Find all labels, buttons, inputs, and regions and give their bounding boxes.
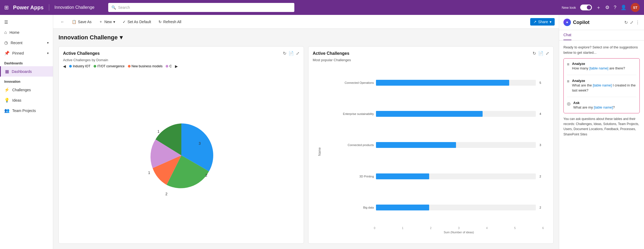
top-nav: ⊞ Power Apps Innovation Challenge 🔍 Sear… xyxy=(0,0,644,15)
chart1-expand-icon[interactable]: ⤢ xyxy=(296,51,299,56)
legend-dot-3 xyxy=(166,65,168,68)
x-tick-4: 4 xyxy=(486,227,488,230)
sidebar-home-label: Home xyxy=(10,30,19,35)
chart2-title: Active Challenges xyxy=(313,51,349,56)
grid-icon[interactable]: ⊞ xyxy=(4,4,9,11)
sidebar-collapse[interactable]: ☰ xyxy=(0,17,53,27)
suggestion-divider-2 xyxy=(567,97,636,97)
suggestion-1: ≡ Analyze What are the [table name] I cr… xyxy=(567,79,636,93)
bar-label-2: Connected products xyxy=(331,143,374,147)
copilot-panel: ✦ Copilot ↻ ⤢ ⋮ Chat Ready to explore? S… xyxy=(559,15,644,249)
svg-text:1: 1 xyxy=(157,129,160,134)
page-title-chevron[interactable]: ▾ xyxy=(120,34,123,41)
page-title: Innovation Challenge xyxy=(58,34,118,41)
content-area: ← 📋 Save As ＋ New ▾ ✓ Set As Default ↻ R… xyxy=(53,15,559,249)
sidebar-item-recent[interactable]: ◷ Recent ▾ xyxy=(0,38,53,48)
copilot-title: Copilot xyxy=(573,20,622,25)
x-tick-1: 1 xyxy=(402,227,404,230)
pie-container: 3 2 2 1 1 xyxy=(63,72,299,239)
copilot-menu-icon[interactable]: ⋮ xyxy=(635,20,640,25)
copilot-body: Ready to explore? Select one of the sugg… xyxy=(559,40,644,249)
chart1-refresh-icon[interactable]: ↻ xyxy=(283,51,286,56)
x-tick-2: 2 xyxy=(430,227,432,230)
legend-dot-1 xyxy=(94,65,96,68)
save-as-button[interactable]: 📋 Save As xyxy=(69,18,95,26)
suggestion-link-2[interactable]: [table name] xyxy=(594,105,613,109)
x-tick-5: 5 xyxy=(514,227,516,230)
sidebar-item-pinned[interactable]: 📌 Pinned ▾ xyxy=(0,48,53,58)
chart2-export-icon[interactable]: 📄 xyxy=(538,51,543,56)
bar-row-1: Enterprise sustainability 4 xyxy=(331,111,544,117)
bar-label-0: Connected Operations xyxy=(331,81,374,84)
svg-text:2: 2 xyxy=(205,173,207,177)
x-tick-0: 0 xyxy=(374,227,375,230)
bar-track-4 xyxy=(376,205,536,210)
page-heading: Innovation Challenge ▾ xyxy=(58,34,554,41)
suggestion-content-1: Analyze What are the [table name] I crea… xyxy=(572,79,636,93)
help-icon[interactable]: ? xyxy=(614,5,616,10)
copilot-tab-chat[interactable]: Chat xyxy=(563,30,571,40)
toolbar: ← 📋 Save As ＋ New ▾ ✓ Set As Default ↻ R… xyxy=(53,15,559,29)
team-projects-icon: 👥 xyxy=(4,108,10,113)
chart1-export-icon[interactable]: 📄 xyxy=(288,51,294,56)
suggestion-link-1[interactable]: [table name] xyxy=(593,83,612,87)
copilot-refresh-icon[interactable]: ↻ xyxy=(624,20,628,25)
svg-text:1: 1 xyxy=(148,171,150,175)
suggestions-card[interactable]: ≡ Analyze How many [table name] are ther… xyxy=(563,58,640,113)
set-as-default-button[interactable]: ✓ Set As Default xyxy=(119,18,154,26)
refresh-all-button[interactable]: ↻ Refresh All xyxy=(155,18,185,26)
copilot-intro-text: Ready to explore? Select one of the sugg… xyxy=(563,45,640,55)
bar-value-4: 2 xyxy=(540,206,544,209)
share-chevron-icon: ▾ xyxy=(550,20,551,24)
chart2-refresh-icon[interactable]: ↻ xyxy=(533,51,536,56)
bar-value-1: 4 xyxy=(540,112,544,115)
new-look-toggle[interactable] xyxy=(580,5,592,10)
settings-icon[interactable]: ⚙ xyxy=(605,5,609,10)
new-button[interactable]: ＋ New ▾ xyxy=(96,18,118,26)
svg-text:3: 3 xyxy=(199,141,201,146)
copilot-expand-icon[interactable]: ⤢ xyxy=(630,20,633,25)
people-icon[interactable]: 👤 xyxy=(621,5,626,10)
sidebar-challenges-label: Challenges xyxy=(12,88,31,92)
chart-card-pie: Active Challenges ↻ 📄 ⤢ Active Challenge… xyxy=(58,46,304,244)
legend-label-0: Industry IOT xyxy=(73,64,90,68)
chart2-subtitle: Most popular Challenges xyxy=(313,58,549,62)
chart2-expand-icon[interactable]: ⤢ xyxy=(546,51,549,56)
bar-axis: 0 1 2 3 4 5 6 xyxy=(374,226,544,230)
nav-page-title: Innovation Challenge xyxy=(55,5,94,10)
x-tick-3: 3 xyxy=(458,227,460,230)
sidebar-item-challenges[interactable]: ⚡ Challenges xyxy=(0,85,53,95)
suggestion-link-0[interactable]: [table name] xyxy=(589,66,608,70)
share-button[interactable]: ↗ Share ▾ xyxy=(530,18,555,26)
suggestion-0: ≡ Analyze How many [table name] are ther… xyxy=(567,62,636,71)
search-bar[interactable]: 🔍 Search xyxy=(108,3,294,12)
suggestion-text-2: What are my [table name]? xyxy=(573,105,636,110)
share-icon: ↗ xyxy=(533,20,537,24)
sidebar-team-projects-label: Team Projects xyxy=(12,109,36,113)
dashboard-row: Active Challenges ↻ 📄 ⤢ Active Challenge… xyxy=(58,46,554,244)
avatar[interactable]: ST xyxy=(631,3,640,12)
pie-chart-svg: 3 2 2 1 1 xyxy=(141,115,221,195)
collapse-icon: ☰ xyxy=(4,20,8,25)
legend-dot-2 xyxy=(128,65,131,68)
chart1-header: Active Challenges ↻ 📄 ⤢ xyxy=(63,51,299,56)
plus-icon[interactable]: ＋ xyxy=(596,4,601,11)
sidebar-item-ideas[interactable]: 💡 Ideas xyxy=(0,95,53,105)
back-icon: ← xyxy=(61,20,64,24)
sidebar-item-home[interactable]: ⌂ Home xyxy=(0,27,53,38)
chart1-legend: ◀ Industry IOT IT/OT convergence New bus… xyxy=(63,64,299,68)
refresh-icon: ↻ xyxy=(158,20,162,24)
bar-track-0 xyxy=(376,80,536,86)
bar-track-2 xyxy=(376,142,536,148)
legend-next-btn[interactable]: ▶ xyxy=(175,64,178,68)
sidebar-item-team-projects[interactable]: 👥 Team Projects xyxy=(0,105,53,116)
back-button[interactable]: ← xyxy=(57,18,68,26)
suggestion-icon-2: ◎ xyxy=(567,101,571,106)
suggestion-content-2: Ask What are my [table name]? xyxy=(573,101,636,110)
section-dashboards: Dashboards xyxy=(0,58,53,66)
avatar-initials: ST xyxy=(633,6,638,10)
copilot-logo: ✦ xyxy=(563,19,571,26)
legend-prev-btn[interactable]: ◀ xyxy=(63,64,66,68)
chart2-header: Active Challenges ↻ 📄 ⤢ xyxy=(313,51,549,56)
sidebar-item-dashboards[interactable]: ▦ Dashboards xyxy=(0,66,53,77)
